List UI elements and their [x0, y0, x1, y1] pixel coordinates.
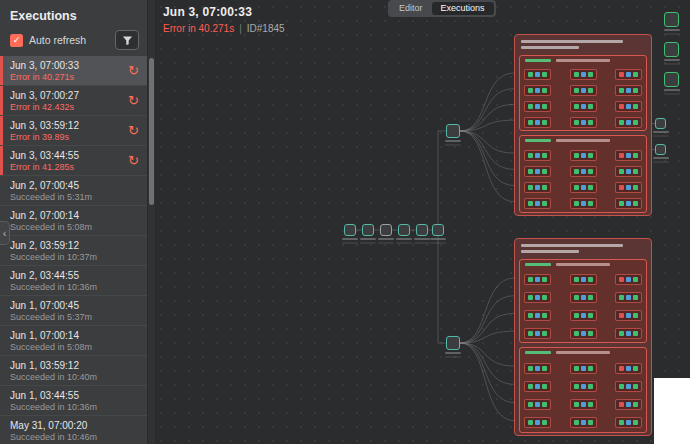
fanout-node[interactable]	[446, 124, 460, 138]
workflow-node-mini[interactable]	[570, 328, 597, 339]
trigger-node[interactable]	[664, 42, 679, 57]
workflow-node-mini[interactable]	[570, 69, 597, 80]
workflow-node-mini[interactable]	[524, 274, 551, 285]
execution-item[interactable]: Jun 1, 07:00:14Succeeded in 5:08m	[0, 326, 147, 356]
workflow-node-mini[interactable]	[570, 381, 597, 392]
execution-date: Jun 1, 03:44:55	[10, 390, 97, 401]
retry-icon[interactable]: ↻	[128, 124, 139, 137]
workflow-node-mini[interactable]	[524, 328, 551, 339]
execution-item[interactable]: Jun 3, 07:00:27Error in 42.432s↻	[0, 86, 147, 116]
workflow-node-mini[interactable]	[615, 363, 642, 374]
execution-item[interactable]: May 31, 07:00:20Succeeded in 10:46m	[0, 416, 147, 444]
trigger-node[interactable]	[664, 72, 679, 87]
workflow-node-mini[interactable]	[615, 69, 642, 80]
workflow-node-mini[interactable]	[524, 85, 551, 96]
workflow-node-mini[interactable]	[615, 166, 642, 177]
execution-date: Jun 2, 07:00:45	[10, 180, 92, 191]
workflow-node-mini[interactable]	[524, 417, 551, 428]
execution-item-text: Jun 3, 03:59:12Error in 39.89s	[10, 120, 79, 142]
workflow-node-mini[interactable]	[570, 85, 597, 96]
workflow-node-mini[interactable]	[570, 274, 597, 285]
workflow-node-mini[interactable]	[615, 182, 642, 193]
workflow-node-mini[interactable]	[615, 292, 642, 303]
sidebar-scrollbar[interactable]	[148, 0, 155, 444]
workflow-node-mini[interactable]	[615, 150, 642, 161]
cluster-header-bar	[556, 59, 610, 62]
workflow-node-mini[interactable]	[615, 274, 642, 285]
workflow-node-mini[interactable]	[615, 85, 642, 96]
workflow-node-mini[interactable]	[570, 166, 597, 177]
execution-item[interactable]: Jun 1, 03:44:55Succeeded in 10:36m	[0, 386, 147, 416]
execution-item[interactable]: Jun 2, 03:44:55Succeeded in 10:36m	[0, 266, 147, 296]
workflow-node[interactable]	[432, 224, 444, 236]
workflow-node[interactable]	[655, 118, 666, 129]
execution-status: Succeeded in 5:08m	[10, 342, 92, 352]
workflow-node[interactable]	[655, 144, 666, 155]
workflow-node[interactable]	[416, 224, 428, 236]
trigger-node[interactable]	[664, 12, 679, 27]
workflow-node-mini[interactable]	[524, 182, 551, 193]
workflow-node-mini[interactable]	[615, 117, 642, 128]
execution-item[interactable]: Jun 1, 03:59:12Succeeded in 10:40m	[0, 356, 147, 386]
execution-header: Jun 3, 07:00:33 Error in 40.271s|ID#1845	[163, 5, 285, 34]
workflow-node-mini[interactable]	[570, 363, 597, 374]
auto-refresh-checkbox[interactable]: ✓	[10, 34, 23, 47]
workflow-node-mini[interactable]	[524, 399, 551, 410]
retry-icon[interactable]: ↻	[128, 154, 139, 167]
workflow-node-mini[interactable]	[615, 328, 642, 339]
workflow-node-mini[interactable]	[570, 292, 597, 303]
execution-item[interactable]: Jun 3, 03:44:55Error in 41.285s↻	[0, 146, 147, 176]
execution-item-text: Jun 1, 07:00:14Succeeded in 5:08m	[10, 330, 92, 352]
execution-status: Error in 40.271s	[10, 72, 79, 82]
execution-status: Error in 39.89s	[10, 132, 79, 142]
execution-status: Succeeded in 5:31m	[10, 192, 92, 202]
execution-item[interactable]: Jun 2, 07:00:45Succeeded in 5:31m	[0, 176, 147, 206]
execution-item[interactable]: Jun 2, 07:00:14Succeeded in 5:08m	[0, 206, 147, 236]
execution-item[interactable]: Jun 1, 07:00:45Succeeded in 5:37m	[0, 296, 147, 326]
sidebar-collapse-handle[interactable]: ‹	[0, 221, 10, 245]
workflow-node-mini[interactable]	[570, 101, 597, 112]
workflow-node-mini[interactable]	[524, 310, 551, 321]
scrollbar-thumb[interactable]	[149, 58, 154, 205]
execution-item[interactable]: Jun 3, 03:59:12Error in 39.89s↻	[0, 116, 147, 146]
workflow-node[interactable]	[398, 224, 410, 236]
workflow-node-mini[interactable]	[524, 363, 551, 374]
workflow-node[interactable]	[362, 224, 374, 236]
filter-button[interactable]	[115, 30, 139, 50]
workflow-node-mini[interactable]	[524, 150, 551, 161]
workflow-node[interactable]	[380, 224, 392, 236]
fanout-node[interactable]	[446, 336, 460, 350]
workflow-node-mini[interactable]	[615, 101, 642, 112]
workflow-node-mini[interactable]	[524, 69, 551, 80]
execution-item[interactable]: Jun 3, 07:00:33Error in 40.271s↻	[0, 56, 147, 86]
workflow-node-mini[interactable]	[615, 399, 642, 410]
workflow-node-mini[interactable]	[570, 417, 597, 428]
workflow-node-mini[interactable]	[524, 166, 551, 177]
workflow-node-mini[interactable]	[570, 198, 597, 209]
node-row	[524, 163, 642, 179]
workflow-node-mini[interactable]	[524, 381, 551, 392]
execution-item-text: Jun 3, 07:00:27Error in 42.432s	[10, 90, 79, 112]
workflow-node-mini[interactable]	[570, 399, 597, 410]
workflow-node-mini[interactable]	[570, 117, 597, 128]
workflow-node[interactable]	[344, 224, 356, 236]
workflow-node-mini[interactable]	[570, 182, 597, 193]
retry-icon[interactable]: ↻	[128, 64, 139, 77]
workflow-node-mini[interactable]	[524, 117, 551, 128]
execution-date: Jun 1, 07:00:45	[10, 300, 92, 311]
workflow-node-mini[interactable]	[615, 381, 642, 392]
tab-executions[interactable]: Executions	[432, 2, 494, 15]
retry-icon[interactable]: ↻	[128, 94, 139, 107]
tab-editor[interactable]: Editor	[390, 2, 432, 15]
workflow-node-mini[interactable]	[524, 292, 551, 303]
workflow-node-mini[interactable]	[524, 101, 551, 112]
workflow-node-mini[interactable]	[570, 310, 597, 321]
workflow-node-mini[interactable]	[615, 310, 642, 321]
group-title-bar	[521, 244, 623, 247]
workflow-node-mini[interactable]	[615, 198, 642, 209]
execution-item[interactable]: Jun 2, 03:59:12Succeeded in 10:37m	[0, 236, 147, 266]
workflow-node-mini[interactable]	[570, 150, 597, 161]
workflow-node-mini[interactable]	[615, 417, 642, 428]
execution-status: Succeeded in 10:36m	[10, 282, 97, 292]
workflow-node-mini[interactable]	[524, 198, 551, 209]
